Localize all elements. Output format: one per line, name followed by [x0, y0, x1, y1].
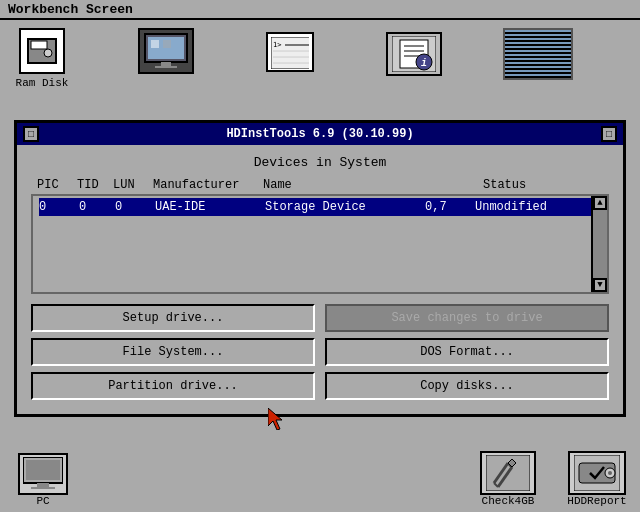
copy-disks-button[interactable]: Copy disks...: [325, 372, 609, 400]
device-list-inner: 0 0 0 UAE-IDE Storage Device 0,7 Unmodif…: [33, 196, 607, 218]
ramdisk-icon-box: [19, 28, 65, 74]
col-header-pic: PIC: [37, 178, 77, 192]
check4gb-icon-img: [486, 455, 530, 491]
desktop-icon-screen[interactable]: [506, 28, 570, 80]
scroll-down-button[interactable]: ▼: [593, 278, 607, 292]
svg-rect-6: [163, 40, 171, 48]
svg-rect-26: [31, 487, 55, 489]
setup-drive-button[interactable]: Setup drive...: [31, 304, 315, 332]
svg-point-36: [608, 471, 612, 475]
check4gb-icon[interactable]: Check4GB: [474, 451, 542, 507]
device-extra: 0,7: [425, 200, 475, 214]
resize-button[interactable]: □: [601, 126, 617, 142]
svg-rect-25: [37, 483, 49, 487]
title-buttons-left: □: [23, 126, 39, 142]
svg-rect-5: [151, 40, 159, 48]
title-buttons-right: □: [601, 126, 617, 142]
cli-icon: 1>: [271, 37, 309, 69]
cli-icon-box: 1>: [266, 32, 314, 72]
device-name: Storage Device: [265, 200, 425, 214]
col-header-lun: LUN: [113, 178, 153, 192]
buttons-area: Setup drive... File System... Partition …: [31, 304, 609, 400]
workbench-titlebar: Workbench Screen: [0, 0, 640, 20]
buttons-left: Setup drive... File System... Partition …: [31, 304, 315, 400]
hddreport-icon-box: [568, 451, 626, 495]
device-lun: 0: [115, 200, 155, 214]
svg-point-2: [44, 49, 52, 57]
ramdisk-icon: [26, 35, 58, 67]
check4gb-icon-area[interactable]: Check4GB: [474, 451, 542, 507]
desktop-icon-cli[interactable]: 1>: [258, 32, 322, 75]
svg-marker-22: [268, 408, 282, 430]
screen-icon-box: [503, 28, 573, 80]
pc-label: PC: [36, 495, 49, 507]
dialog-titlebar: □ HDInstTools 6.9 (30.10.99) □: [17, 123, 623, 145]
col-header-name: Name: [263, 178, 423, 192]
desktop: Ram Disk 1>: [0, 20, 640, 512]
file-system-button[interactable]: File System...: [31, 338, 315, 366]
hdinsttools-dialog: □ HDInstTools 6.9 (30.10.99) □ Devices i…: [14, 120, 626, 417]
partition-drive-button[interactable]: Partition drive...: [31, 372, 315, 400]
col-header-mfr: Manufacturer: [153, 178, 263, 192]
info-icon-box: i: [386, 32, 442, 76]
hddreport-icon[interactable]: HDDReport: [562, 451, 632, 507]
device-list[interactable]: 0 0 0 UAE-IDE Storage Device 0,7 Unmodif…: [31, 194, 609, 294]
desktop-icon-info[interactable]: i: [382, 32, 446, 79]
svg-rect-24: [26, 460, 60, 480]
pc-icon-img: [23, 457, 63, 491]
screen-lines: [505, 30, 571, 78]
svg-rect-1: [31, 41, 47, 49]
device-status: Unmodified: [475, 200, 595, 214]
hddreport-label: HDDReport: [567, 495, 626, 507]
device-row[interactable]: 0 0 0 UAE-IDE Storage Device 0,7 Unmodif…: [39, 198, 601, 216]
device-tid: 0: [79, 200, 115, 214]
check4gb-icon-box: [480, 451, 536, 495]
desktop-icons-top: Ram Disk 1>: [0, 20, 640, 97]
dialog-content: Devices in System PIC TID LUN Manufactur…: [17, 145, 623, 414]
monitor-icon: [143, 32, 189, 70]
hddreport-icon-img: [574, 455, 620, 491]
buttons-right: Save changes to drive DOS Format... Copy…: [325, 304, 609, 400]
svg-text:1>: 1>: [273, 41, 281, 49]
hddreport-icon-area[interactable]: HDDReport: [562, 451, 632, 507]
monitor-icon-box: [138, 28, 194, 74]
svg-text:i: i: [421, 58, 427, 69]
svg-rect-7: [161, 62, 171, 66]
device-list-scrollbar[interactable]: ▲ ▼: [591, 196, 607, 292]
close-button[interactable]: □: [23, 126, 39, 142]
col-header-empty: [423, 178, 483, 192]
dos-format-button[interactable]: DOS Format...: [325, 338, 609, 366]
desktop-icon-monitor[interactable]: [134, 28, 198, 77]
pc-icon[interactable]: PC: [14, 453, 72, 507]
desktop-icon-ramdisk[interactable]: Ram Disk: [10, 28, 74, 89]
device-manufacturer: UAE-IDE: [155, 200, 265, 214]
ramdisk-label: Ram Disk: [16, 77, 69, 89]
info-icon: i: [392, 36, 436, 72]
scroll-up-button[interactable]: ▲: [593, 196, 607, 210]
workbench-title: Workbench Screen: [8, 2, 133, 17]
device-pic: 0: [39, 200, 79, 214]
check4gb-label: Check4GB: [482, 495, 535, 507]
pc-icon-box: [18, 453, 68, 495]
dialog-title: HDInstTools 6.9 (30.10.99): [226, 127, 413, 141]
svg-rect-8: [155, 66, 177, 68]
save-changes-button: Save changes to drive: [325, 304, 609, 332]
col-header-status: Status: [483, 178, 603, 192]
scroll-track: [593, 210, 607, 278]
pc-icon-area[interactable]: PC: [14, 453, 72, 507]
section-title: Devices in System: [31, 155, 609, 170]
col-header-tid: TID: [77, 178, 113, 192]
table-header: PIC TID LUN Manufacturer Name Status: [31, 178, 609, 192]
